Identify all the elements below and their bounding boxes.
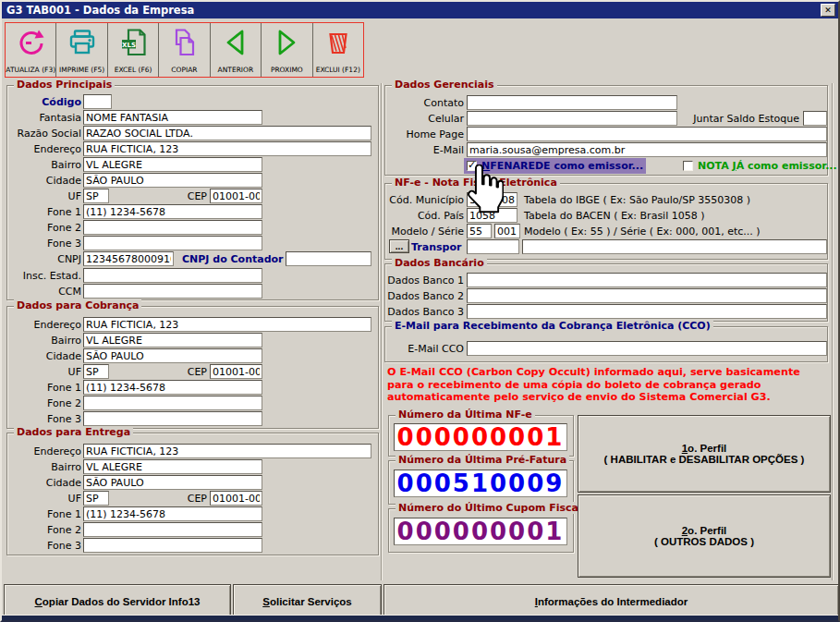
field-label: Dados Banco 2	[383, 290, 464, 302]
toolbar-button-label: COPIAR	[171, 66, 197, 74]
ccm-field[interactable]	[83, 284, 262, 299]
email-cco-field[interactable]	[467, 341, 827, 356]
right-edge-divider	[832, 83, 834, 580]
cco-warning-text: O E-Mail CCO (Carbon Copy Occult) inform…	[387, 366, 829, 404]
group-title: Dados para Entrega	[14, 426, 133, 438]
column-divider	[381, 83, 383, 580]
anterior-button[interactable]: ANTERIOR	[211, 23, 262, 77]
excel-button[interactable]: XLS EXCEL (F6)	[108, 23, 159, 77]
email-field[interactable]	[467, 142, 827, 157]
entrega-fone2-field[interactable]	[83, 522, 262, 537]
field-label: E-Mail CCO	[385, 343, 464, 355]
insc-estad-field[interactable]	[83, 268, 262, 283]
cobranca-bairro-field[interactable]	[83, 333, 262, 348]
nota-ja-checkbox[interactable]	[683, 161, 693, 171]
field-label: Cidade	[9, 175, 81, 187]
toolbar-button-label: ANTERIOR	[218, 66, 254, 74]
cobranca-cep-field[interactable]	[210, 364, 262, 379]
imprime-button[interactable]: IMPRIME (F5)	[56, 23, 107, 77]
bairro-field[interactable]	[83, 157, 262, 172]
field-label: UF	[9, 493, 81, 505]
cobranca-cidade-field[interactable]	[83, 348, 262, 363]
celular-field[interactable]	[467, 111, 677, 126]
fone1-field[interactable]	[83, 204, 262, 219]
field-label: E-Mail	[385, 144, 464, 156]
fantasia-field[interactable]	[83, 110, 262, 125]
cep-field[interactable]	[210, 189, 262, 203]
entrega-cidade-field[interactable]	[83, 475, 262, 490]
cidade-field[interactable]	[83, 173, 262, 188]
municipio-hint: Tabela do IBGE ( Ex: São Paulo/SP 355030…	[524, 194, 750, 206]
field-label: Razão Social	[9, 128, 81, 140]
copiar-button[interactable]: COPIAR	[159, 23, 210, 77]
entrega-fone3-field[interactable]	[83, 538, 262, 553]
transpor-ellipsis-button[interactable]: ...	[389, 239, 409, 253]
atualiza-button[interactable]: ATUALIZA (F3)	[6, 23, 56, 77]
fone3-field[interactable]	[83, 236, 262, 250]
button-label: Copiar Dados do Servidor Info13	[35, 596, 201, 607]
app-window: G3 TAB001 - Dados da Empresa ✕ ATUALIZA …	[0, 0, 840, 622]
field-label: CEP	[168, 493, 207, 505]
field-label: Fone 3	[9, 413, 81, 425]
cobranca-fone2-field[interactable]	[83, 396, 262, 410]
exclui-button[interactable]: EXCLUI (F12)	[313, 23, 363, 77]
field-label: Home Page	[385, 128, 464, 140]
nfenarede-checkbox-row[interactable]: ✓ NFENAREDE como emissor...	[464, 158, 646, 174]
field-label: Endereço	[9, 143, 81, 155]
field-label: Cidade	[9, 350, 81, 362]
copy-icon	[169, 25, 199, 60]
field-label: Fone 1	[9, 382, 81, 394]
nota-ja-checkbox-label: NOTA JÁ como emissor...	[698, 160, 837, 172]
cod-municipio-field[interactable]	[467, 192, 517, 207]
entrega-bairro-field[interactable]	[83, 459, 262, 474]
field-label: CEP	[168, 366, 207, 378]
toolbar-button-label: IMPRIME (F5)	[59, 66, 104, 74]
cnpj-field[interactable]	[83, 251, 174, 266]
group-title: Dados Bancário	[392, 257, 487, 269]
fone2-field[interactable]	[83, 220, 262, 235]
field-label: Bairro	[9, 335, 81, 347]
cobranca-fone3-field[interactable]	[83, 411, 262, 426]
nfenarede-checkbox[interactable]: ✓	[467, 161, 477, 171]
cobranca-fone1-field[interactable]	[83, 380, 262, 395]
transpor-code-field[interactable]	[467, 239, 519, 254]
proximo-button[interactable]: PROXIMO	[262, 23, 312, 77]
numero-prefatura-value: 000510009	[397, 470, 565, 497]
nota-ja-checkbox-row[interactable]: NOTA JÁ como emissor...	[683, 159, 837, 173]
field-label: Contato	[385, 97, 464, 109]
codigo-field[interactable]	[83, 94, 112, 109]
cnpj-contador-field[interactable]	[286, 251, 371, 266]
juntar-saldo-estoque-field[interactable]	[803, 111, 827, 126]
dados-banco-2-field[interactable]	[467, 288, 827, 303]
field-label: Fone 3	[9, 238, 81, 250]
cobranca-uf-field[interactable]	[83, 364, 109, 379]
perfil-2-button[interactable]: 2o. Perfil ( OUTROS DADOS )	[578, 494, 831, 578]
uf-field[interactable]	[83, 189, 109, 203]
home-page-field[interactable]	[467, 127, 827, 141]
modelo-hint: Modelo ( Ex: 55 ) / Série ( Ex: 000, 001…	[524, 226, 761, 238]
field-label: Fantasia	[9, 112, 81, 124]
razao-social-field[interactable]	[83, 126, 371, 140]
contato-field[interactable]	[467, 95, 677, 110]
field-label: UF	[9, 366, 81, 378]
dados-banco-3-field[interactable]	[467, 304, 827, 319]
field-label: Fone 2	[9, 222, 81, 234]
field-label: Fone 2	[9, 397, 81, 409]
field-label: Celular	[385, 113, 464, 125]
modelo-field[interactable]	[467, 224, 492, 238]
serie-field[interactable]	[494, 224, 520, 238]
cobranca-endereco-field[interactable]	[83, 317, 371, 332]
toolbar-button-label: ATUALIZA (F3)	[6, 66, 55, 74]
close-button[interactable]: ✕	[821, 4, 835, 17]
cod-pais-field[interactable]	[467, 208, 517, 223]
dados-banco-1-field[interactable]	[467, 273, 827, 287]
entrega-endereco-field[interactable]	[83, 444, 371, 458]
perfil-1-button[interactable]: 1o. Perfil ( HABILITAR e DESABILITAR OPÇ…	[578, 415, 831, 493]
transpor-name-field[interactable]	[522, 239, 827, 254]
toolbar-button-label: PROXIMO	[271, 66, 303, 74]
entrega-uf-field[interactable]	[83, 491, 109, 506]
entrega-fone1-field[interactable]	[83, 506, 262, 521]
window-bottom-edge	[2, 615, 838, 620]
entrega-cep-field[interactable]	[210, 491, 262, 506]
endereco-field[interactable]	[83, 141, 371, 156]
